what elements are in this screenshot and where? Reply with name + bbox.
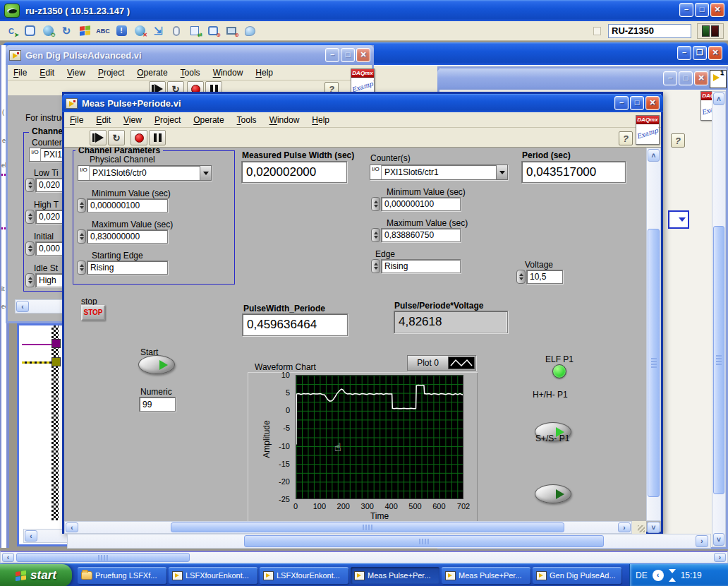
elf-p1-led[interactable] (552, 364, 566, 378)
minimize-button[interactable]: – (679, 3, 693, 17)
info-tool-icon[interactable]: ! (113, 23, 130, 39)
stop-button[interactable]: STOP (81, 305, 105, 321)
meas-hscrollbar[interactable]: ‹ › (64, 521, 632, 534)
abort-button[interactable] (131, 130, 147, 145)
spinner-icon[interactable] (25, 273, 35, 287)
refresh-icon[interactable]: ↻ (58, 23, 75, 39)
menu-operate[interactable]: Operate (188, 114, 229, 126)
counter-max-control[interactable]: 0,838860750 (371, 228, 461, 242)
font-abc-icon[interactable]: ABC (95, 23, 111, 39)
menu-operate[interactable]: Operate (131, 66, 173, 79)
vnc-hscrollbar[interactable]: ‹ › (0, 551, 728, 563)
meas-vscroll-down-button[interactable]: ˅ (647, 522, 660, 533)
chat-globe-icon[interactable] (241, 23, 258, 39)
task-pruefung[interactable]: Pruefung LSFXf... (78, 567, 166, 584)
numeric-field[interactable]: 99 (139, 397, 176, 412)
combo-dropdown-button[interactable] (200, 166, 211, 180)
pause-button[interactable] (149, 130, 166, 145)
globe-gear-icon[interactable]: ⚙ (40, 23, 56, 39)
min-value-control[interactable]: 0,000000100 (77, 198, 168, 213)
globe-blocked-icon[interactable]: ✕ (131, 23, 148, 39)
gen-dig-titlebar[interactable]: Gen Dig PulseAdvanced.vi – □ ✕ (6, 45, 374, 65)
send-arrow-icon[interactable]: ⇲ (150, 23, 166, 39)
spinner-icon[interactable] (77, 198, 86, 213)
spinner-icon[interactable] (77, 261, 86, 275)
starting-edge-control[interactable]: Rising (77, 261, 168, 275)
start-button[interactable]: start (0, 564, 72, 586)
windows-flag-icon[interactable] (76, 23, 93, 39)
gd-maximize-button[interactable]: □ (341, 48, 355, 62)
language-indicator[interactable]: DE (636, 570, 648, 580)
spinner-icon[interactable] (371, 228, 380, 242)
bg-minimize-button[interactable]: – (677, 46, 691, 60)
voltage-control[interactable]: 10,5 (516, 270, 563, 284)
spinner-icon[interactable] (371, 197, 380, 211)
menu-tools[interactable]: Tools (231, 114, 262, 126)
task-meas-1[interactable]: Meas Pulse+Per... (351, 567, 439, 584)
clock[interactable]: 15:19 (681, 570, 702, 580)
window-frame-icon[interactable] (21, 23, 38, 39)
monitor-target-icon[interactable]: ⊕ (223, 23, 240, 39)
bg-close-button[interactable]: ✕ (708, 46, 722, 60)
meas-vscrollbar[interactable]: ˄ (646, 148, 661, 521)
maximize-button[interactable]: □ (695, 3, 709, 17)
mouse-pointer-icon[interactable] (168, 23, 185, 39)
rw-close-button[interactable]: ✕ (694, 71, 708, 85)
menu-file[interactable]: File (64, 114, 89, 126)
meas-titlebar[interactable]: Meas Pulse+Periode.vi – □ ✕ (62, 94, 663, 112)
task-lsfx-1[interactable]: LSFXfourEnkont... (169, 567, 257, 584)
menu-project[interactable]: Project (92, 66, 130, 79)
menu-help[interactable]: Help (250, 66, 279, 79)
menu-file[interactable]: File (8, 66, 32, 79)
run-continuous-button[interactable]: ↻ (108, 130, 125, 145)
bg-restore-button[interactable]: ❐ (693, 46, 707, 60)
help-button[interactable]: ? (619, 131, 633, 145)
plot-area[interactable]: ☝ (296, 375, 463, 499)
help-button[interactable]: ? (671, 133, 685, 148)
chart-legend[interactable]: Plot 0 (407, 355, 476, 371)
rw-vscrollbar[interactable]: ˄ ˅ (712, 91, 726, 547)
gd-minimize-button[interactable]: – (325, 48, 339, 62)
task-lsfx-2[interactable]: LSFXfourEnkont... (260, 567, 348, 584)
menu-tools[interactable]: Tools (175, 66, 206, 79)
menu-window[interactable]: Window (264, 114, 305, 126)
menu-help[interactable]: Help (306, 114, 335, 126)
gd-close-button[interactable]: ✕ (356, 48, 370, 62)
background-hscrollbar[interactable]: › (67, 534, 711, 549)
spinner-icon[interactable] (25, 241, 35, 256)
legend-line-icon[interactable] (448, 357, 475, 369)
spinner-icon[interactable] (25, 210, 35, 224)
enum-dropdown[interactable] (668, 210, 689, 229)
menu-window[interactable]: Window (207, 66, 249, 79)
meas-close-button[interactable]: ✕ (645, 96, 660, 110)
max-value-control[interactable]: 0,830000000 (77, 229, 168, 244)
run-button[interactable] (90, 130, 107, 145)
counters-combo[interactable]: I/O PXI1Slot6/ctr1 (370, 165, 508, 180)
counter-min-control[interactable]: 0,000000100 (371, 197, 461, 211)
edge-control[interactable]: Rising (371, 259, 461, 273)
combo-dropdown-button[interactable] (496, 165, 507, 179)
start-button[interactable] (138, 355, 175, 374)
menu-edit[interactable]: Edit (90, 114, 116, 126)
rw-maximize-button[interactable]: □ (679, 71, 693, 85)
menu-view[interactable]: View (118, 114, 147, 126)
tray-chevron-icon[interactable]: ‹ (653, 570, 664, 581)
close-button[interactable]: ✕ (710, 3, 724, 17)
menu-edit[interactable]: Edit (34, 66, 60, 79)
spinner-icon[interactable] (25, 178, 35, 192)
menu-project[interactable]: Project (149, 114, 186, 126)
window-target-icon[interactable]: ⊕ (205, 23, 222, 39)
right-window-titlebar[interactable]: – □ ✕ 1 (437, 68, 728, 90)
rw-minimize-button[interactable]: – (663, 71, 677, 85)
menu-view[interactable]: View (61, 66, 91, 79)
meas-maximize-button[interactable]: □ (630, 96, 644, 110)
spinner-icon[interactable] (77, 229, 86, 244)
page-transfer-icon[interactable]: ⇄ (186, 23, 203, 39)
s-p1-button[interactable] (535, 484, 571, 503)
cad-export-icon[interactable]: C➤ (3, 23, 20, 39)
spinner-icon[interactable] (516, 270, 526, 284)
host-input[interactable] (608, 24, 691, 38)
meas-minimize-button[interactable]: – (614, 96, 629, 110)
task-gen-dig[interactable]: Gen Dig PulseAd... (533, 567, 621, 584)
physical-channel-combo[interactable]: I/O PXI1Slot6/ctr0 (78, 165, 212, 181)
